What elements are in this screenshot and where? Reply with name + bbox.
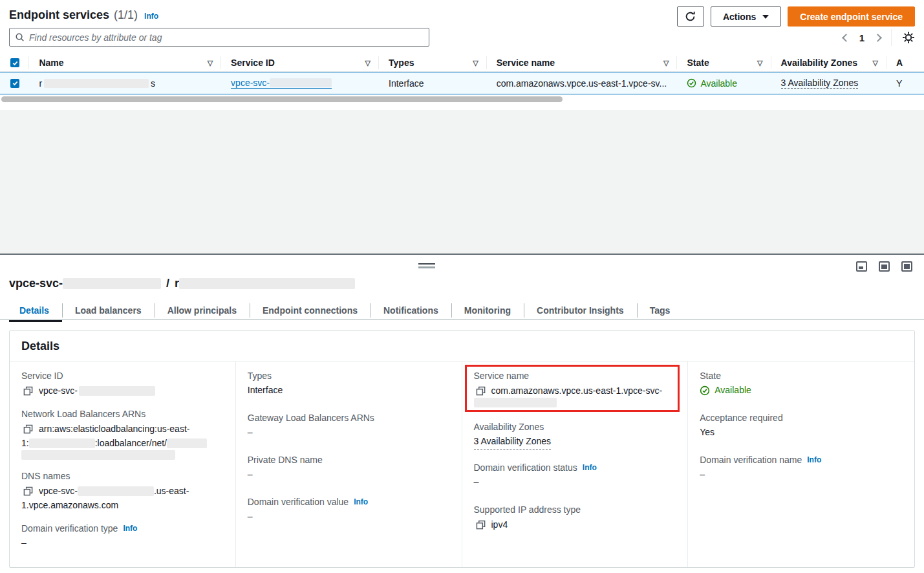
column-header-availability-zones[interactable]: Availability Zones ▽ [771,54,886,71]
field-label: Gateway Load Balancers ARNs [248,413,449,423]
field-label: Supported IP address type [474,504,675,515]
details-column-4: State Available Acceptance required Yes [688,362,914,567]
table-row[interactable]: r s vpce-svc- Interface com.amazonaws.vp… [0,72,924,94]
drag-handle-line [418,263,435,265]
filter-icon[interactable]: ▽ [872,59,877,67]
tab-load-balancers[interactable]: Load balancers [62,301,155,319]
actions-button-label: Actions [723,12,756,22]
row-service-name-cell: com.amazonaws.vpce.us-east-1.vpce-sv... [486,72,677,94]
select-all-checkbox[interactable] [10,58,19,67]
details-column-1: Service ID vpce-svc- Network Load Balanc… [10,362,236,567]
column-header-label: Types [389,58,414,68]
gear-icon[interactable] [902,31,915,44]
divider [220,56,221,69]
info-link[interactable]: Info [123,524,137,533]
divider [676,56,677,69]
empty-value: – [474,475,675,489]
row-checkbox[interactable] [10,79,19,88]
filter-icon[interactable]: ▽ [473,59,478,67]
panel-size-small-icon[interactable] [856,261,867,272]
service-id-link[interactable]: vpce-svc- [231,78,332,89]
toolbar: 1 [9,28,915,47]
copy-icon[interactable] [23,486,33,496]
create-endpoint-service-button[interactable]: Create endpoint service [788,6,915,27]
field-label: Service name [474,371,675,381]
availability-zones-popover[interactable]: 3 Availability Zones [781,78,859,89]
column-header-service-id[interactable]: Service ID ▽ [220,54,378,71]
field-label: Service ID [21,371,222,381]
info-link[interactable]: Info [144,12,158,21]
tab-contributor-insights[interactable]: Contributor Insights [524,301,637,319]
acceptance-required-value: Yes [700,426,901,439]
search-input[interactable] [29,32,424,43]
availability-zones-popover[interactable]: 3 Availability Zones [474,435,552,449]
service-id-value: vpce-svc- [39,384,78,398]
search-box[interactable] [9,28,429,47]
empty-value: – [248,426,449,439]
row-availability-zones-cell: 3 Availability Zones [771,72,886,94]
column-header-state[interactable]: State ▽ [676,54,770,71]
field-label: State [700,371,901,381]
field-state: State Available [700,371,901,397]
state-badge: Available [687,78,737,89]
row-select-cell [0,72,28,94]
horizontal-scrollbar[interactable] [1,96,563,102]
filter-icon[interactable]: ▽ [757,59,762,67]
supported-ip-value: ipv4 [491,517,508,532]
field-supported-ip: Supported IP address type ipv4 [474,504,675,532]
page-number[interactable]: 1 [859,32,865,43]
field-private-dns: Private DNS name – [248,455,449,481]
column-header-types[interactable]: Types ▽ [378,54,486,71]
filter-icon[interactable]: ▽ [663,59,669,67]
column-header-service-name[interactable]: Service name ▽ [486,54,677,71]
field-label: Acceptance required [700,413,901,423]
tab-allow-principals[interactable]: Allow principals [155,301,250,319]
row-types-value: Interface [389,78,424,89]
next-page-icon[interactable] [874,34,882,42]
tab-details[interactable]: Details [9,301,62,319]
info-link[interactable]: Info [583,463,597,472]
pagination: 1 [843,29,915,46]
panel-size-large-icon[interactable] [901,261,912,272]
empty-value: – [248,510,449,523]
row-name-prefix: r [39,78,42,89]
divider [486,56,487,69]
copy-icon[interactable] [23,386,33,396]
column-header-name[interactable]: Name ▽ [28,54,220,71]
copy-icon[interactable] [476,386,486,396]
dns-name-suffix: .us-east- [154,484,189,498]
info-link[interactable]: Info [354,497,368,506]
copy-icon[interactable] [23,424,33,434]
divider [378,56,379,69]
page-header: Endpoint services (1/1) Info Actions Cre… [9,6,915,28]
copy-icon[interactable] [476,520,486,530]
state-badge: Available [700,384,901,397]
info-link[interactable]: Info [807,455,821,464]
redacted-name [179,278,355,289]
endpoint-services-table: Name ▽ Service ID ▽ Types ▽ Service name… [0,54,924,94]
panel-size-medium-icon[interactable] [879,261,890,272]
field-label: Domain verification name [700,455,802,465]
filter-icon[interactable]: ▽ [208,59,213,67]
refresh-button[interactable] [677,6,704,27]
previous-page-icon[interactable] [842,34,850,42]
tab-monitoring[interactable]: Monitoring [451,301,524,319]
panel-drag-handle[interactable] [418,263,435,268]
column-header-acceptance[interactable]: A [886,54,924,71]
panel-title-separator: / [166,277,169,290]
nlb-arn-line2-prefix: 1: [21,436,29,450]
table-header-row: Name ▽ Service ID ▽ Types ▽ Service name… [0,54,924,72]
field-label: Domain verification type [21,523,118,534]
field-types: Types Interface [248,371,449,397]
drag-handle-line [418,266,435,268]
actions-button[interactable]: Actions [711,6,781,27]
tab-notifications[interactable]: Notifications [371,301,451,319]
details-card-body: Service ID vpce-svc- Network Load Balanc… [10,362,914,567]
field-domain-verification-type: Domain verification type Info – [21,523,222,550]
tab-tags[interactable]: Tags [637,301,683,319]
filter-icon[interactable]: ▽ [365,59,371,67]
column-header-label: Service name [497,58,555,68]
tab-endpoint-connections[interactable]: Endpoint connections [250,301,371,319]
nlb-arn-line1: arn:aws:elasticloadbalancing:us-east- [39,422,189,436]
refresh-icon [685,11,696,22]
